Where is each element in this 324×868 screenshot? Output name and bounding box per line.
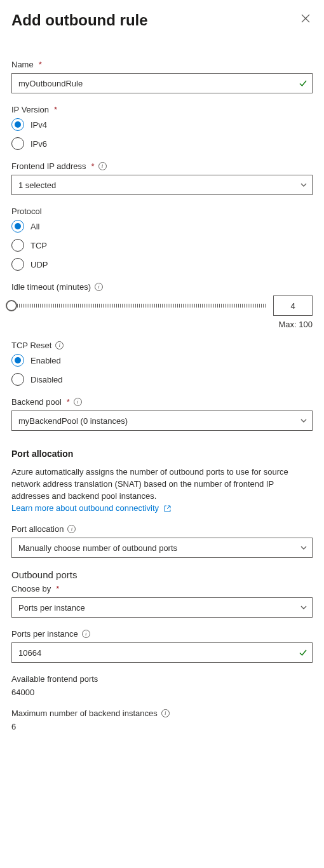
tcpreset-radio-disabled[interactable]: Disabled — [11, 373, 313, 386]
protocol-radio-all[interactable]: All — [11, 220, 313, 233]
radio-icon — [11, 258, 24, 271]
tcpreset-label: TCP Reset i — [11, 341, 313, 350]
radio-label: All — [30, 222, 39, 231]
info-icon[interactable]: i — [98, 162, 107, 170]
availablefrontendports-label: Available frontend ports — [11, 674, 313, 684]
close-icon — [301, 14, 310, 23]
frontendip-select[interactable]: 1 selected — [11, 175, 313, 195]
slider-thumb[interactable] — [6, 300, 17, 311]
info-icon[interactable]: i — [74, 398, 82, 406]
availablefrontendports-value: 64000 — [11, 688, 313, 697]
check-icon — [299, 79, 307, 88]
chooseby-select[interactable]: Ports per instance — [11, 597, 313, 618]
idletimeout-slider[interactable] — [11, 299, 266, 312]
protocol-radio-tcp[interactable]: TCP — [11, 239, 313, 252]
required-asterisk: * — [54, 105, 57, 114]
portsperinstance-label: Ports per instance i — [11, 629, 313, 639]
info-icon[interactable]: i — [55, 341, 64, 349]
info-icon[interactable]: i — [82, 630, 90, 638]
close-button[interactable] — [299, 11, 313, 25]
required-asterisk: * — [56, 584, 59, 593]
idletimeout-label: Idle timeout (minutes) i — [11, 282, 313, 292]
radio-icon — [11, 354, 24, 367]
learn-more-link[interactable]: Learn more about outbound connectivity — [11, 503, 171, 513]
maxbackendinstances-label: Maximum number of backend instances i — [11, 709, 313, 718]
required-asterisk: * — [39, 60, 42, 69]
backendpool-select[interactable]: myBackendPool (0 instances) — [11, 410, 313, 431]
radio-icon — [11, 118, 24, 131]
ipversion-radio-ipv6[interactable]: IPv6 — [11, 137, 313, 150]
required-asterisk: * — [67, 397, 70, 407]
chevron-down-icon — [300, 604, 307, 611]
maxbackendinstances-value: 6 — [11, 722, 313, 731]
ipversion-label: IP Version* — [11, 105, 313, 114]
backendpool-label: Backend pool* i — [11, 397, 313, 407]
info-icon[interactable]: i — [95, 283, 103, 291]
radio-label: UDP — [30, 260, 48, 269]
radio-icon — [11, 239, 24, 252]
chevron-down-icon — [300, 181, 307, 189]
info-icon[interactable]: i — [161, 709, 170, 717]
select-value: Manually choose number of outbound ports — [18, 543, 177, 553]
radio-icon — [11, 373, 24, 386]
check-icon — [299, 648, 307, 657]
radio-label: IPv6 — [30, 139, 47, 149]
page-title: Add outbound rule — [11, 11, 148, 29]
name-label: Name* — [11, 60, 313, 69]
idletimeout-max: Max: 100 — [11, 320, 313, 329]
portallocation-select[interactable]: Manually choose number of outbound ports — [11, 538, 313, 558]
radio-label: Disabled — [30, 375, 63, 384]
radio-label: IPv4 — [30, 120, 47, 130]
radio-icon — [11, 220, 24, 233]
frontendip-label: Frontend IP address* i — [11, 161, 313, 171]
portallocation-section-title: Port allocation — [11, 449, 313, 459]
outboundports-subtitle: Outbound ports — [11, 569, 313, 580]
idletimeout-input[interactable] — [273, 295, 313, 316]
portallocation-label: Port allocation i — [11, 524, 313, 534]
radio-icon — [11, 137, 24, 150]
portsperinstance-input[interactable] — [11, 642, 313, 663]
protocol-radio-udp[interactable]: UDP — [11, 258, 313, 271]
chevron-down-icon — [300, 544, 307, 552]
chevron-down-icon — [300, 417, 307, 424]
radio-label: Enabled — [30, 356, 61, 365]
info-icon[interactable]: i — [67, 525, 76, 533]
select-value: 1 selected — [18, 180, 56, 190]
protocol-label: Protocol — [11, 207, 313, 216]
ipversion-radio-ipv4[interactable]: IPv4 — [11, 118, 313, 131]
select-value: myBackendPool (0 instances) — [18, 416, 128, 426]
chooseby-label: Choose by* — [11, 584, 313, 593]
portallocation-description: Azure automatically assigns the number o… — [11, 467, 288, 501]
select-value: Ports per instance — [18, 603, 85, 613]
svg-line-2 — [167, 506, 170, 509]
name-input[interactable] — [11, 73, 313, 93]
required-asterisk: * — [91, 161, 95, 171]
tcpreset-radio-enabled[interactable]: Enabled — [11, 354, 313, 367]
external-link-icon — [164, 505, 171, 512]
radio-label: TCP — [30, 241, 47, 250]
